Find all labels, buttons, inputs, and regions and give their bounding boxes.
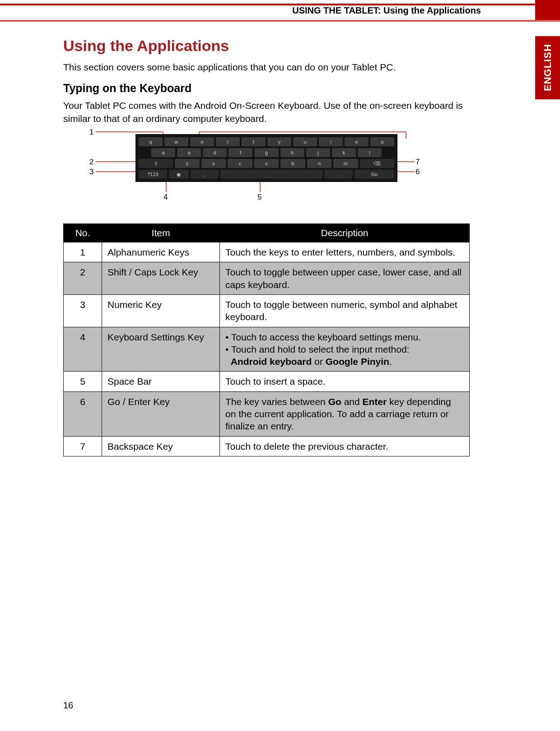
key-p[interactable]: p xyxy=(370,137,394,146)
corner-red-block xyxy=(535,0,560,22)
cell-item: Space Bar xyxy=(102,372,220,391)
cell-desc: Touch to toggle between numeric, symbol … xyxy=(220,294,470,327)
key-numeric[interactable]: ?123 xyxy=(139,170,167,179)
key-i[interactable]: i xyxy=(319,137,343,146)
table-row: 7 Backspace Key Touch to delete the prev… xyxy=(64,436,470,456)
key-w[interactable]: w xyxy=(164,137,188,146)
cell-desc: Touch to delete the previous character. xyxy=(220,436,470,456)
description-table: No. Item Description 1 Alphanumeric Keys… xyxy=(63,223,470,456)
key-go[interactable]: Go xyxy=(355,170,394,179)
line-2 xyxy=(96,161,137,162)
callout-6: 6 xyxy=(415,168,420,177)
cell-no: 1 xyxy=(64,242,102,262)
table-row: 3 Numeric Key Touch to toggle between nu… xyxy=(64,294,470,327)
line-1a xyxy=(96,131,163,132)
desc-bold1: Android keyboard xyxy=(231,356,312,367)
cell-desc: Touch the keys to enter letters, numbers… xyxy=(220,242,470,262)
th-item: Item xyxy=(102,224,220,242)
key-h[interactable]: h xyxy=(280,148,304,157)
callout-2: 2 xyxy=(89,158,93,167)
line-7 xyxy=(397,161,415,162)
desc-end: . xyxy=(389,356,392,367)
kb-row-3: ⇧ z x c v b n m ⌫ xyxy=(139,159,394,168)
key-a[interactable]: a xyxy=(151,148,175,157)
breadcrumb: USING THE TABLET: Using the Applications xyxy=(292,5,481,16)
key-s[interactable]: s xyxy=(177,148,201,157)
line-6 xyxy=(397,171,415,172)
table-row: 1 Alphanumeric Keys Touch the keys to en… xyxy=(64,242,470,262)
key-y[interactable]: y xyxy=(267,137,291,146)
key-shift[interactable]: ⇧ xyxy=(139,159,173,168)
table-header-row: No. Item Description xyxy=(64,224,470,242)
section-heading: Typing on the Keyboard xyxy=(63,82,470,95)
key-r[interactable]: r xyxy=(216,137,240,146)
callout-1: 1 xyxy=(89,128,93,137)
intro-text: This section covers some basic applicati… xyxy=(63,61,470,74)
key-x[interactable]: x xyxy=(201,159,226,168)
key-l[interactable]: l xyxy=(358,148,382,157)
cell-item: Keyboard Settings Key xyxy=(102,327,220,372)
keyboard-figure: 1 2 3 4 5 6 7 q w e r xyxy=(63,130,470,211)
key-g[interactable]: g xyxy=(254,148,278,157)
language-tab: ENGLISH xyxy=(535,36,560,99)
key-v[interactable]: v xyxy=(254,159,279,168)
key-settings[interactable]: ◉ xyxy=(169,170,189,179)
cell-no: 5 xyxy=(64,372,102,391)
desc-b2: Enter xyxy=(363,396,387,407)
page-number: 16 xyxy=(63,700,73,711)
cell-desc: The key varies between Go and Enter key … xyxy=(220,391,470,436)
desc-b1: Go xyxy=(328,396,341,407)
cell-no: 2 xyxy=(64,262,102,295)
key-z[interactable]: z xyxy=(175,159,199,168)
page-title: Using the Applications xyxy=(63,37,470,55)
key-n[interactable]: n xyxy=(307,159,331,168)
cell-item: Backspace Key xyxy=(102,436,220,456)
cell-no: 7 xyxy=(64,436,102,456)
key-comma[interactable]: , xyxy=(191,170,219,179)
callout-7: 7 xyxy=(415,158,420,167)
callout-4: 4 xyxy=(163,193,168,202)
line-1e xyxy=(406,131,406,139)
desc-bold2: Google Pinyin xyxy=(326,356,389,367)
key-backspace[interactable]: ⌫ xyxy=(360,159,394,168)
key-space[interactable] xyxy=(220,170,322,179)
desc-line2a: • Touch and hold to select the input met… xyxy=(225,344,409,354)
onscreen-keyboard: q w e r t y u i o p a s d f g h xyxy=(135,134,397,182)
cell-no: 6 xyxy=(64,391,102,436)
key-q[interactable]: q xyxy=(139,137,163,146)
line-3 xyxy=(96,171,137,172)
key-d[interactable]: d xyxy=(203,148,227,157)
cell-desc: Touch to toggle between upper case, lowe… xyxy=(220,262,470,295)
desc-pre: The key varies between xyxy=(225,396,328,407)
th-no: No. xyxy=(64,224,102,242)
key-m[interactable]: m xyxy=(333,159,358,168)
table-row: 2 Shift / Caps Lock Key Touch to toggle … xyxy=(64,262,470,295)
desc-line1: • Touch to access the keyboard settings … xyxy=(225,332,421,342)
key-u[interactable]: u xyxy=(293,137,317,146)
key-j[interactable]: j xyxy=(306,148,330,157)
kb-row-1: q w e r t y u i o p xyxy=(139,137,394,146)
cell-no: 4 xyxy=(64,327,102,372)
key-period[interactable]: . xyxy=(324,170,353,179)
callout-5: 5 xyxy=(257,193,261,202)
key-t[interactable]: t xyxy=(242,137,266,146)
content-area: Using the Applications This section cove… xyxy=(63,37,470,456)
desc-or: or xyxy=(312,356,325,367)
kb-row-2: a s d f g h j k l xyxy=(139,148,394,157)
cell-item: Go / Enter Key xyxy=(102,391,220,436)
key-f[interactable]: f xyxy=(229,148,252,157)
kb-row-4: ?123 ◉ , . Go xyxy=(139,170,394,179)
callout-3: 3 xyxy=(89,168,93,177)
key-o[interactable]: o xyxy=(345,137,369,146)
cell-item: Numeric Key xyxy=(102,294,220,327)
cell-no: 3 xyxy=(64,294,102,327)
key-e[interactable]: e xyxy=(190,137,214,146)
cell-item: Alphanumeric Keys xyxy=(102,242,220,262)
key-k[interactable]: k xyxy=(332,148,356,157)
section-description: Your Tablet PC comes with the Android On… xyxy=(63,99,470,125)
key-b[interactable]: b xyxy=(280,159,305,168)
th-desc: Description xyxy=(220,224,470,242)
cell-desc: Touch to insert a space. xyxy=(220,372,470,391)
key-c[interactable]: c xyxy=(228,159,252,168)
cell-desc: • Touch to access the keyboard settings … xyxy=(220,327,470,372)
